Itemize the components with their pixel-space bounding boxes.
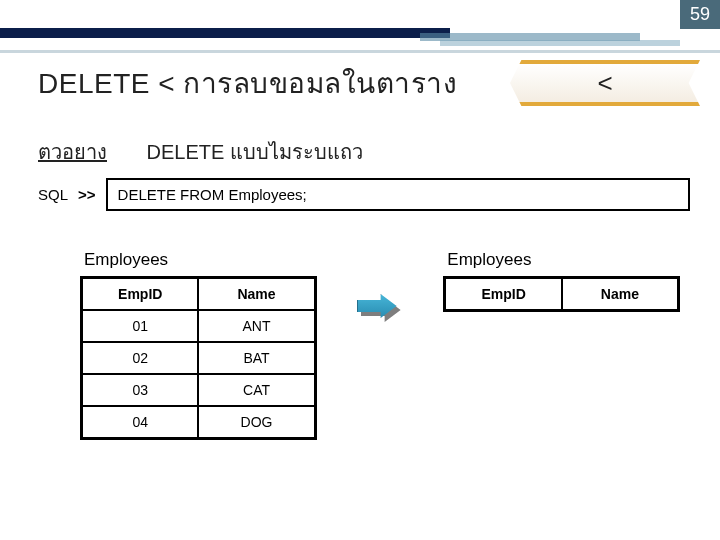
sql-code-box: DELETE FROM Employees; [106,178,690,211]
table-row: 03 CAT [82,374,316,406]
arrow-right-icon [357,294,404,324]
left-table-wrap: Employees EmpID Name 01 ANT 02 BAT 03 CA… [80,250,317,440]
cell: 04 [82,406,199,439]
example-description: DELETE แบบไมระบแถว [147,141,363,163]
employees-table-before: EmpID Name 01 ANT 02 BAT 03 CAT 04 DOG [80,276,317,440]
table-row: 01 ANT [82,310,316,342]
cell: ANT [198,310,315,342]
table-row: 04 DOG [82,406,316,439]
example-subtitle: ตวอยาง DELETE แบบไมระบแถว [38,136,363,168]
cell: BAT [198,342,315,374]
page-number: 59 [680,0,720,29]
slide-title: DELETE < การลบขอมลในตาราง [38,61,457,105]
table-header-row: EmpID Name [445,278,679,311]
right-table-wrap: Employees EmpID Name [443,250,680,312]
left-table-title: Employees [84,250,317,270]
col-name: Name [198,278,315,311]
cell: 02 [82,342,199,374]
right-table-title: Employees [447,250,680,270]
employees-table-after: EmpID Name [443,276,680,312]
table-row: 02 BAT [82,342,316,374]
decorative-stripes [0,28,720,56]
col-empid: EmpID [445,278,562,311]
example-label: ตวอยาง [38,141,107,163]
sql-label: SQL [38,186,68,203]
col-empid: EmpID [82,278,199,311]
col-name: Name [562,278,679,311]
cell: DOG [198,406,315,439]
title-badge: < [510,60,700,106]
sql-arrow-icon: >> [78,186,96,203]
cell: 01 [82,310,199,342]
table-header-row: EmpID Name [82,278,316,311]
cell: 03 [82,374,199,406]
cell: CAT [198,374,315,406]
